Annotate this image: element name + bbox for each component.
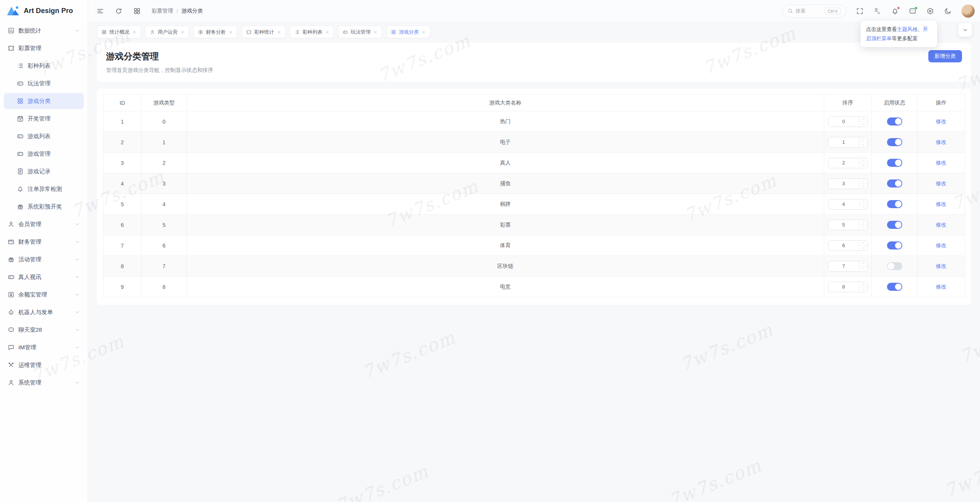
tab-close-icon[interactable]	[325, 30, 330, 34]
sidebar-item-system-mgmt[interactable]: 系统管理	[4, 375, 84, 391]
edit-link[interactable]: 修改	[936, 242, 947, 248]
search-input[interactable]	[795, 8, 822, 14]
stepper-up-icon[interactable]	[859, 261, 867, 267]
stepper-down-icon[interactable]	[859, 184, 867, 189]
tab-finance-analysis[interactable]: 财务分析	[193, 26, 237, 38]
fullscreen-icon[interactable]	[856, 7, 864, 15]
settings-icon[interactable]	[926, 7, 934, 15]
tab-close-icon[interactable]	[421, 30, 426, 34]
edit-link[interactable]: 修改	[936, 222, 947, 228]
sidebar-item-chatroom-28[interactable]: 聊天室28	[4, 322, 84, 338]
edit-link[interactable]: 修改	[936, 284, 947, 290]
edit-link[interactable]: 修改	[936, 118, 947, 124]
tab-close-icon[interactable]	[132, 30, 137, 34]
sort-number-input[interactable]	[828, 116, 868, 127]
refresh-icon[interactable]	[115, 7, 122, 15]
sort-number-input[interactable]	[828, 261, 868, 272]
sidebar-item-bet-anomaly[interactable]: 注单异常检测	[4, 181, 84, 197]
enable-toggle[interactable]	[887, 159, 902, 167]
sort-input[interactable]	[828, 117, 859, 127]
sidebar-item-robot-orders[interactable]: 机器人与发单	[4, 304, 84, 320]
global-search[interactable]: Ctrl k	[782, 5, 846, 18]
stepper-down-icon[interactable]	[859, 204, 867, 209]
edit-link[interactable]: 修改	[936, 180, 947, 186]
enable-toggle[interactable]	[887, 221, 902, 229]
sidebar-item-data-stats[interactable]: 数据统计	[4, 23, 84, 39]
stepper-down-icon[interactable]	[859, 266, 867, 271]
chat-icon[interactable]	[909, 7, 916, 15]
sort-number-input[interactable]	[828, 240, 868, 251]
sidebar-item-play-mgmt[interactable]: 玩法管理	[4, 75, 84, 91]
sidebar-item-draw-mgmt[interactable]: 开奖管理	[4, 111, 84, 127]
edit-link[interactable]: 修改	[936, 201, 947, 207]
stepper-up-icon[interactable]	[859, 137, 867, 143]
stepper-up-icon[interactable]	[859, 220, 867, 225]
breadcrumb-parent[interactable]: 彩票管理	[152, 8, 173, 15]
theme-style-link[interactable]: 主题风格	[897, 26, 918, 32]
tab-lottery-stats[interactable]: 彩种统计	[242, 26, 286, 38]
sidebar-item-lottery-list[interactable]: 彩种列表	[4, 58, 84, 74]
sidebar-item-live-video[interactable]: 真人视讯	[4, 269, 84, 285]
tab-close-icon[interactable]	[229, 30, 233, 34]
sort-input[interactable]	[828, 199, 859, 209]
stepper-up-icon[interactable]	[859, 179, 867, 184]
stepper-up-icon[interactable]	[859, 199, 867, 205]
stepper-down-icon[interactable]	[859, 287, 867, 292]
edit-link[interactable]: 修改	[936, 139, 947, 145]
sidebar-item-system-predraw[interactable]: 系统彩预开奖	[4, 199, 84, 215]
menu-collapse-icon[interactable]	[96, 7, 104, 15]
enable-toggle[interactable]	[887, 200, 902, 208]
sort-input[interactable]	[828, 220, 859, 230]
stepper-down-icon[interactable]	[859, 122, 867, 127]
quick-nav-grid-icon[interactable]	[133, 7, 141, 15]
stepper-down-icon[interactable]	[859, 142, 867, 147]
sort-number-input[interactable]	[828, 220, 868, 230]
sidebar-item-ops-mgmt[interactable]: 运维管理	[4, 357, 84, 373]
tab-user-operation[interactable]: 用户运营	[145, 26, 189, 38]
tab-stats-overview[interactable]: 统计概况	[97, 26, 141, 38]
sort-input[interactable]	[828, 179, 859, 189]
edit-link[interactable]: 修改	[936, 263, 947, 269]
sort-number-input[interactable]	[828, 137, 868, 148]
enable-toggle[interactable]	[887, 241, 902, 249]
stepper-up-icon[interactable]	[859, 158, 867, 163]
sidebar-item-activity-mgmt[interactable]: 活动管理	[4, 251, 84, 267]
sort-number-input[interactable]	[828, 158, 868, 168]
enable-toggle[interactable]	[887, 283, 902, 291]
sort-input[interactable]	[828, 261, 859, 271]
sort-input[interactable]	[828, 241, 859, 251]
enable-toggle[interactable]	[887, 138, 902, 146]
sidebar-item-game-mgmt[interactable]: 游戏管理	[4, 146, 84, 162]
sort-input[interactable]	[828, 137, 859, 147]
stepper-up-icon[interactable]	[859, 241, 867, 246]
sidebar-item-game-records[interactable]: 游戏记录	[4, 163, 84, 179]
sidebar-item-lottery-mgmt[interactable]: 彩票管理	[4, 40, 84, 56]
stepper-down-icon[interactable]	[859, 163, 867, 168]
enable-toggle[interactable]	[887, 117, 902, 126]
tab-game-category[interactable]: 游戏分类	[386, 26, 430, 38]
add-category-button[interactable]: 新增分类	[928, 50, 962, 62]
stepper-down-icon[interactable]	[859, 246, 867, 251]
sidebar-item-game-list[interactable]: 游戏列表	[4, 128, 84, 144]
sort-input[interactable]	[828, 282, 859, 292]
sidebar-item-game-category[interactable]: 游戏分类	[4, 93, 84, 109]
tab-play-mgmt[interactable]: 玩法管理	[338, 26, 382, 38]
stepper-up-icon[interactable]	[859, 282, 867, 287]
tab-lottery-list[interactable]: 彩种列表	[290, 26, 334, 38]
stepper-down-icon[interactable]	[859, 225, 867, 230]
user-avatar[interactable]	[962, 5, 975, 18]
sort-input[interactable]	[828, 158, 859, 168]
sort-number-input[interactable]	[828, 282, 868, 292]
translate-icon[interactable]: 文A	[874, 7, 881, 15]
edit-link[interactable]: 修改	[936, 160, 947, 166]
sort-number-input[interactable]	[828, 178, 868, 189]
logo[interactable]: Art Design Pro	[0, 0, 88, 21]
sort-number-input[interactable]	[828, 199, 868, 210]
tab-close-icon[interactable]	[277, 30, 281, 34]
dark-mode-icon[interactable]	[944, 7, 952, 15]
enable-toggle[interactable]	[887, 179, 902, 187]
sidebar-item-member-mgmt[interactable]: 会员管理	[4, 216, 84, 232]
stepper-up-icon[interactable]	[859, 117, 867, 122]
sidebar-item-finance-mgmt[interactable]: 财务管理	[4, 234, 84, 250]
header-expand-button[interactable]	[958, 23, 972, 37]
